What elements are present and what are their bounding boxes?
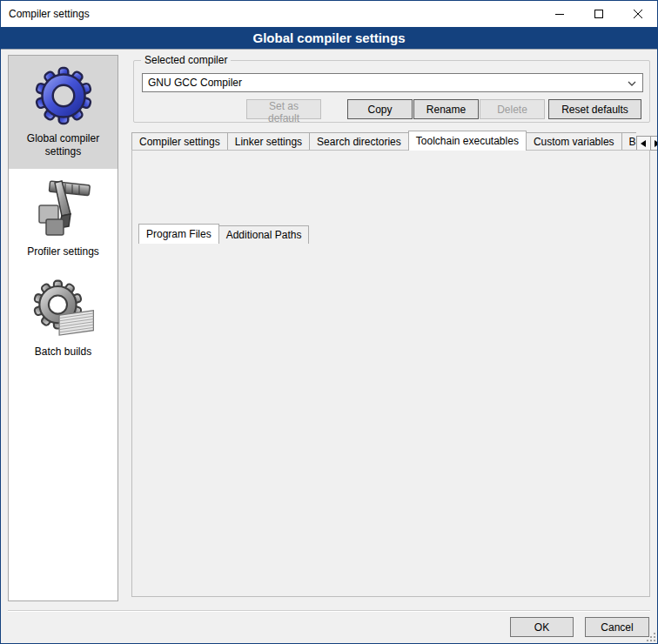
minimize-icon (555, 10, 564, 18)
compiler-settings-dialog: Compiler settings Global compiler settin… (0, 0, 658, 644)
titlebar[interactable]: Compiler settings (1, 1, 657, 27)
tab-custom-variables[interactable]: Custom variables (526, 132, 622, 151)
arrow-left-icon (641, 140, 646, 147)
compiler-select[interactable]: GNU GCC Compiler (142, 73, 643, 92)
tab-build-options[interactable]: Builc (621, 132, 636, 151)
tab-program-files[interactable]: Program Files (138, 224, 219, 244)
group-legend: Selected compiler (141, 54, 231, 66)
arrow-right-icon (655, 140, 658, 147)
tab-compiler-settings[interactable]: Compiler settings (131, 132, 228, 151)
window-title: Compiler settings (9, 8, 90, 20)
delete-button[interactable]: Delete (480, 99, 545, 119)
sidebar-item-profiler-settings[interactable]: Profiler settings (9, 169, 118, 269)
gear-blue-icon (32, 64, 95, 127)
copy-button[interactable]: Copy (347, 99, 413, 119)
compiler-select-value: GNU GCC Compiler (148, 77, 242, 89)
sidebar-item-label: Profiler settings (12, 245, 114, 258)
tab-toolchain-executables[interactable]: Toolchain executables (408, 131, 527, 151)
selected-compiler-group: Selected compiler GNU GCC Compiler Set a… (133, 60, 650, 123)
sidebar-item-label: Global compiler settings (12, 132, 114, 158)
chevron-down-icon (628, 81, 636, 86)
tab-scroll-left-button[interactable] (636, 136, 651, 151)
tab-additional-paths[interactable]: Additional Paths (218, 225, 310, 244)
tab-linker-settings[interactable]: Linker settings (227, 132, 310, 151)
tab-search-directories[interactable]: Search directories (309, 132, 409, 151)
settings-category-sidebar: Global compiler settings Profiler settin… (8, 55, 118, 601)
program-files-tabstrip: Program Files Additional Paths (138, 224, 308, 244)
maximize-icon (594, 10, 603, 18)
reset-defaults-button[interactable]: Reset defaults (548, 99, 641, 119)
page-title: Global compiler settings (1, 27, 657, 50)
close-icon (634, 10, 642, 18)
resize-grip[interactable] (647, 633, 655, 641)
sidebar-item-global-compiler-settings[interactable]: Global compiler settings (9, 56, 118, 169)
cancel-button[interactable]: Cancel (585, 617, 649, 637)
sidebar-item-batch-builds[interactable]: Batch builds (9, 269, 118, 369)
toolchain-executables-page (131, 150, 650, 597)
footer-divider (8, 610, 650, 612)
minimize-button[interactable] (540, 1, 579, 27)
tab-scroll-right-button[interactable] (650, 136, 658, 151)
caliper-icon (32, 178, 95, 240)
settings-tabstrip: Compiler settings Linker settings Search… (131, 131, 648, 151)
close-button[interactable] (618, 1, 657, 27)
sidebar-item-label: Batch builds (12, 345, 114, 359)
ok-button[interactable]: OK (510, 617, 574, 637)
gear-stack-icon (32, 278, 95, 340)
rename-button[interactable]: Rename (413, 99, 479, 119)
set-as-default-button[interactable]: Set as default (246, 99, 321, 119)
maximize-button[interactable] (579, 1, 618, 27)
